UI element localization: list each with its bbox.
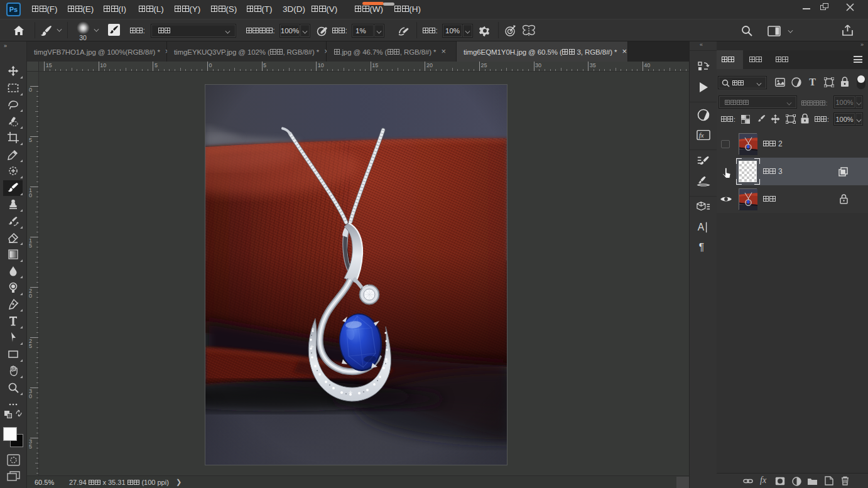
svg-text:fx: fx — [699, 131, 704, 139]
svg-text:A: A — [698, 222, 705, 233]
svg-text:¶: ¶ — [699, 242, 704, 253]
